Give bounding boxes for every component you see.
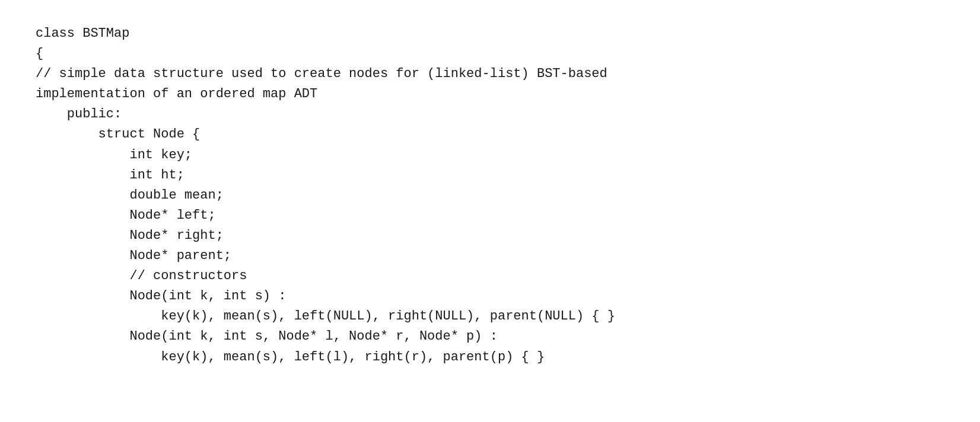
code-line: Node* right; [36,226,944,246]
code-line: // constructors [36,266,944,286]
code-line: struct Node { [36,124,944,145]
code-line: key(k), mean(s), left(l), right(r), pare… [36,347,944,367]
code-line: // simple data structure used to create … [36,64,944,84]
code-line: int ht; [36,165,944,186]
code-line: double mean; [36,186,944,206]
code-line: Node(int k, int s, Node* l, Node* r, Nod… [36,327,944,347]
code-line: Node* left; [36,206,944,226]
code-line: class BSTMap [36,24,944,44]
code-line: int key; [36,145,944,165]
code-line: public: [36,104,944,124]
code-line: key(k), mean(s), left(NULL), right(NULL)… [36,306,944,327]
code-line: { [36,44,944,64]
code-line: implementation of an ordered map ADT [36,84,944,104]
code-line: Node* parent; [36,246,944,266]
code-display: class BSTMap{// simple data structure us… [36,24,944,367]
code-line: Node(int k, int s) : [36,286,944,306]
